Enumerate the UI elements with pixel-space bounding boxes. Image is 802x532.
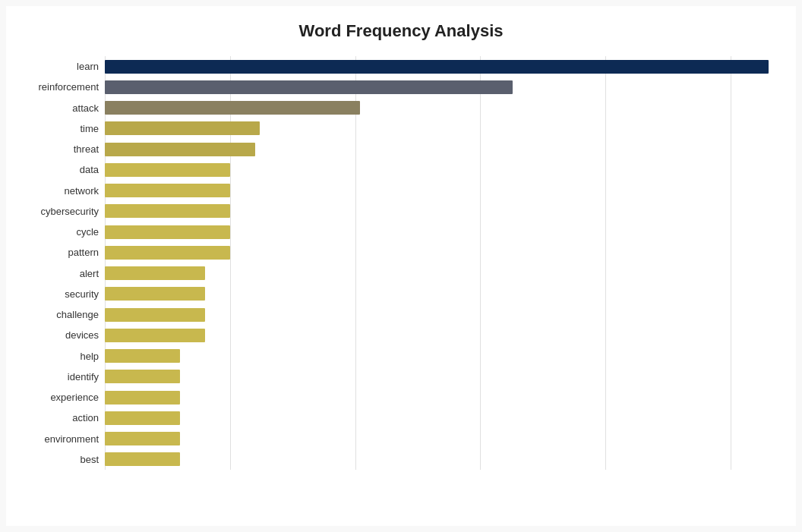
- y-label-reinforcement: reinforcement: [21, 82, 99, 92]
- grid-line-20: [605, 56, 606, 470]
- bar-row-network: [105, 182, 781, 199]
- bar-row-devices: [105, 327, 781, 344]
- y-label-security: security: [21, 289, 99, 299]
- bar-help: [105, 349, 180, 363]
- bar-row-identify: [105, 368, 781, 385]
- bar-row-best: [105, 451, 781, 467]
- bar-data: [105, 163, 230, 177]
- y-label-challenge: challenge: [21, 310, 99, 320]
- y-label-devices: devices: [21, 330, 99, 340]
- bar-alert: [105, 266, 205, 280]
- bar-row-cybersecurity: [105, 203, 781, 219]
- y-label-cybersecurity: cybersecurity: [21, 206, 99, 216]
- bar-pattern: [105, 246, 230, 260]
- y-labels: learnreinforcementattacktimethreatdatane…: [21, 56, 105, 470]
- bar-experience: [105, 391, 180, 405]
- grid-line-15: [480, 56, 481, 470]
- bar-row-cycle: [105, 224, 781, 241]
- bar-row-challenge: [105, 307, 781, 323]
- y-label-threat: threat: [21, 144, 99, 154]
- y-label-environment: environment: [21, 434, 99, 444]
- bar-row-threat: [105, 141, 781, 158]
- y-label-data: data: [21, 165, 99, 175]
- grid-line-0: [105, 56, 106, 470]
- grid-line-5: [230, 56, 231, 470]
- bar-row-environment: [105, 430, 781, 447]
- grid-line-25: [731, 56, 731, 470]
- bar-identify: [105, 370, 180, 383]
- bar-action: [105, 411, 180, 425]
- y-label-experience: experience: [21, 392, 99, 402]
- bar-row-data: [105, 162, 781, 178]
- y-label-cycle: cycle: [21, 227, 99, 237]
- bar-reinforcement: [105, 80, 513, 94]
- y-label-time: time: [21, 124, 99, 134]
- bars-section: [105, 56, 781, 470]
- bar-row-help: [105, 348, 781, 364]
- bar-row-experience: [105, 389, 781, 406]
- y-label-learn: learn: [21, 61, 99, 71]
- chart-container: Word Frequency Analysis learnreinforceme…: [6, 6, 796, 526]
- y-label-attack: attack: [21, 103, 99, 113]
- y-label-pattern: pattern: [21, 247, 99, 257]
- bar-row-pattern: [105, 244, 781, 261]
- grid-line-10: [355, 56, 356, 470]
- bar-best: [105, 452, 180, 466]
- y-label-alert: alert: [21, 269, 99, 279]
- bar-challenge: [105, 308, 205, 322]
- y-label-action: action: [21, 413, 99, 423]
- y-label-network: network: [21, 186, 99, 196]
- bar-devices: [105, 329, 205, 342]
- bar-network: [105, 184, 230, 197]
- bar-attack: [105, 101, 360, 115]
- bar-row-time: [105, 120, 781, 137]
- bar-row-alert: [105, 265, 781, 282]
- y-label-help: help: [21, 351, 99, 361]
- bar-security: [105, 287, 205, 301]
- bar-cycle: [105, 225, 230, 239]
- bar-time: [105, 121, 260, 135]
- chart-title: Word Frequency Analysis: [21, 21, 781, 41]
- bar-row-action: [105, 410, 781, 427]
- bar-row-reinforcement: [105, 79, 781, 96]
- y-label-best: best: [21, 455, 99, 464]
- bar-learn: [105, 60, 769, 74]
- bar-row-learn: [105, 58, 781, 75]
- bar-environment: [105, 432, 180, 445]
- bar-row-security: [105, 285, 781, 302]
- grid-lines: [105, 56, 781, 470]
- chart-area: learnreinforcementattacktimethreatdatane…: [21, 56, 781, 470]
- bar-row-attack: [105, 99, 781, 116]
- bar-cybersecurity: [105, 204, 230, 218]
- y-label-identify: identify: [21, 372, 99, 382]
- bar-threat: [105, 143, 255, 156]
